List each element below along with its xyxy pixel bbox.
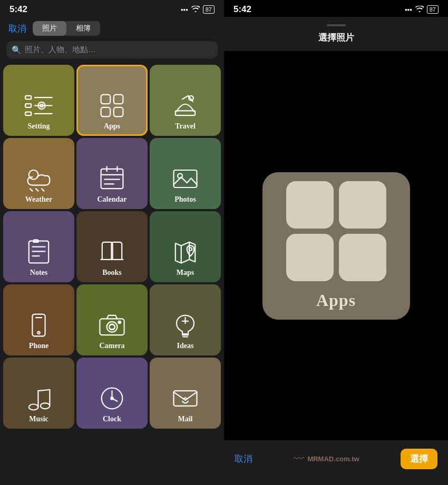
grid-item-notes[interactable]: Notes [3,211,74,282]
svg-rect-9 [114,95,123,104]
photos-label: Photos [174,195,196,204]
grid-item-calendar[interactable]: Calendar [76,138,148,209]
wifi-icon-right [415,6,424,14]
search-icon: 🔍 [12,45,22,55]
books-icon [98,237,126,266]
svg-point-30 [189,248,192,251]
preview-label: Apps [316,291,356,310]
status-icons-left: ▪▪▪ 87 [181,5,215,14]
svg-line-46 [38,390,50,391]
search-bar[interactable]: 🔍 照片、人物、地點… [6,41,218,58]
preview-icon-cell-1 [286,181,334,229]
grid-item-phone[interactable]: Phone [3,284,74,355]
ideas-icon [171,311,200,340]
grid-item-maps[interactable]: Maps [150,211,221,282]
preview-area: Apps [224,51,448,440]
time-left: 5:42 [9,4,27,15]
status-icons-right: ▪▪▪ 87 [405,5,439,14]
grid-item-photos[interactable]: Photos [150,138,221,209]
signal-icon: ▪▪▪ [181,6,188,14]
signal-icon-right: ▪▪▪ [405,6,412,14]
sheet-handle [327,24,346,26]
mail-icon [171,384,200,413]
calendar-label: Calendar [98,195,127,204]
tab-albums[interactable]: 相簿 [66,21,100,36]
grid-item-camera[interactable]: Camera [76,284,148,355]
svg-rect-10 [101,107,111,117]
photos-icon [171,164,200,193]
grid-item-setting[interactable]: Setting [3,65,74,136]
logo-text: MRMAD.com.tw [307,455,359,463]
preview-icon-cell-2 [339,181,386,229]
grid-item-books[interactable]: Books [76,211,148,282]
wifi-icon [191,6,200,14]
clock-label: Clock [103,415,121,423]
left-panel: 5:42 ▪▪▪ 87 取消 照片 相簿 🔍 照片、人物、地點… [0,0,224,485]
cancel-button-left[interactable]: 取消 [6,22,28,36]
grid-item-travel[interactable]: Travel [150,65,221,136]
svg-point-33 [37,332,40,334]
travel-label: Travel [175,122,196,131]
preview-icon-cell-3 [286,234,334,281]
preview-icon-cell-4 [339,234,386,281]
top-bar: 取消 照片 相簿 [0,17,224,39]
weather-label: Weather [25,195,52,204]
grid-item-mail[interactable]: Mail [150,358,221,429]
right-header: 選擇照片 [224,17,448,51]
setting-icon [24,91,53,120]
grid-container: Setting Apps [0,63,224,485]
preview-card: Apps [262,172,410,320]
time-right: 5:42 [233,4,251,15]
svg-point-42 [29,404,38,410]
phone-icon [24,311,53,340]
cancel-button-right[interactable]: 取消 [235,453,252,465]
apps-icon [98,91,126,120]
camera-icon [98,311,126,340]
apps-label: Apps [104,122,120,131]
bottom-bar: 取消 〰 MRMAD.com.tw 選擇 [224,440,448,485]
weather-icon [24,164,53,193]
search-placeholder: 照片、人物、地點… [25,45,96,55]
svg-rect-0 [25,96,31,100]
svg-rect-1 [25,104,31,107]
music-label: Music [29,415,48,423]
books-label: Books [102,269,122,277]
mail-label: Mail [178,415,193,423]
battery-icon-right: 87 [427,5,439,14]
svg-point-35 [107,322,118,332]
grid-item-clock[interactable]: Clock [76,358,148,429]
svg-point-14 [29,170,38,180]
select-button[interactable]: 選擇 [401,449,437,469]
svg-rect-21 [174,170,197,187]
status-bar-right: 5:42 ▪▪▪ 87 [224,0,448,17]
notes-icon [24,237,53,266]
svg-point-37 [119,321,121,323]
svg-rect-2 [25,112,31,116]
maps-label: Maps [177,269,194,277]
grid-item-ideas[interactable]: Ideas [150,284,221,355]
svg-point-43 [41,403,50,409]
right-panel: 5:42 ▪▪▪ 87 選擇照片 Apps 取消 [224,0,448,485]
clock-icon [98,384,126,413]
logo-icon: 〰 [294,453,304,465]
setting-label: Setting [28,122,50,131]
grid-item-weather[interactable]: Weather [3,138,74,209]
travel-icon [171,91,200,120]
calendar-icon [98,164,126,193]
ideas-label: Ideas [177,342,194,350]
tab-photos[interactable]: 照片 [33,21,66,36]
maps-icon [171,237,200,266]
svg-rect-12 [176,111,195,115]
grid-item-music[interactable]: Music [3,358,74,429]
notes-label: Notes [30,269,47,277]
svg-rect-11 [114,107,123,117]
header-title: 選擇照片 [318,33,354,43]
tab-group: 照片 相簿 [33,21,100,36]
battery-icon: 87 [203,5,215,14]
svg-point-50 [111,397,113,399]
preview-icons-grid [286,181,386,281]
phone-label: Phone [29,342,48,350]
grid-item-apps[interactable]: Apps [76,65,148,136]
svg-rect-8 [101,95,111,104]
music-icon [24,384,53,413]
